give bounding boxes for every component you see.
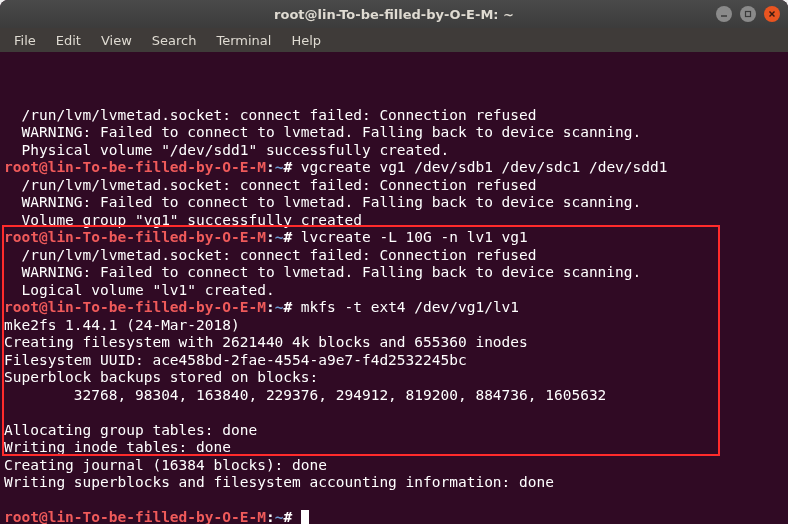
menu-help[interactable]: Help [283,31,329,50]
prompt-user-host: root@lin-To-be-filled-by-O-E-M [4,509,266,524]
terminal-line: Volume group "vg1" successfully created [4,212,784,230]
terminal-line: WARNING: Failed to connect to lvmetad. F… [4,264,784,282]
menu-edit[interactable]: Edit [48,31,89,50]
prompt-symbol: # [283,509,292,524]
close-button[interactable] [764,6,780,22]
terminal-line: root@lin-To-be-filled-by-O-E-M:~# [4,509,784,524]
maximize-icon [744,10,752,18]
terminal-line [4,404,784,422]
window-title: root@lin-To-be-filled-by-O-E-M: ~ [274,7,514,22]
terminal-line: /run/lvm/lvmetad.socket: connect failed:… [4,177,784,195]
terminal-line: Filesystem UUID: ace458bd-2fae-4554-a9e7… [4,352,784,370]
terminal-line: Physical volume "/dev/sdd1" successfully… [4,142,784,160]
command-text: lvcreate -L 10G -n lv1 vg1 [292,229,528,245]
cursor [301,510,309,524]
prompt-user-host: root@lin-To-be-filled-by-O-E-M [4,229,266,245]
terminal-line: mke2fs 1.44.1 (24-Mar-2018) [4,317,784,335]
prompt-user-host: root@lin-To-be-filled-by-O-E-M [4,159,266,175]
menu-search[interactable]: Search [144,31,205,50]
window-controls [716,6,780,22]
terminal-line: Creating journal (16384 blocks): done [4,457,784,475]
terminal-line: Superblock backups stored on blocks: [4,369,784,387]
prompt-separator: : [266,159,275,175]
prompt-symbol: # [283,299,292,315]
terminal-line: 32768, 98304, 163840, 229376, 294912, 81… [4,387,784,405]
menu-file[interactable]: File [6,31,44,50]
terminal-line: /run/lvm/lvmetad.socket: connect failed:… [4,107,784,125]
menu-terminal[interactable]: Terminal [208,31,279,50]
titlebar: root@lin-To-be-filled-by-O-E-M: ~ [0,0,788,28]
command-text: mkfs -t ext4 /dev/vg1/lv1 [292,299,519,315]
menubar: File Edit View Search Terminal Help [0,28,788,52]
terminal-line: Creating filesystem with 2621440 4k bloc… [4,334,784,352]
terminal-line: Writing inode tables: done [4,439,784,457]
prompt-user-host: root@lin-To-be-filled-by-O-E-M [4,299,266,315]
terminal-line: root@lin-To-be-filled-by-O-E-M:~# vgcrea… [4,159,784,177]
svg-rect-1 [746,12,751,17]
terminal-line: /run/lvm/lvmetad.socket: connect failed:… [4,247,784,265]
maximize-button[interactable] [740,6,756,22]
prompt-separator: : [266,509,275,524]
terminal-line: root@lin-To-be-filled-by-O-E-M:~# mkfs -… [4,299,784,317]
menu-view[interactable]: View [93,31,140,50]
terminal-line: WARNING: Failed to connect to lvmetad. F… [4,194,784,212]
prompt-symbol: # [283,159,292,175]
terminal-line [4,492,784,510]
minimize-button[interactable] [716,6,732,22]
minimize-icon [720,10,728,18]
terminal-line: Logical volume "lv1" created. [4,282,784,300]
terminal-window: root@lin-To-be-filled-by-O-E-M: ~ File E… [0,0,788,524]
command-text [292,509,301,524]
prompt-symbol: # [283,229,292,245]
command-text: vgcreate vg1 /dev/sdb1 /dev/sdc1 /dev/sd… [292,159,667,175]
close-icon [768,10,776,18]
terminal-line: Allocating group tables: done [4,422,784,440]
prompt-separator: : [266,229,275,245]
terminal-line: Writing superblocks and filesystem accou… [4,474,784,492]
prompt-separator: : [266,299,275,315]
terminal-body[interactable]: /run/lvm/lvmetad.socket: connect failed:… [0,52,788,524]
terminal-line: root@lin-To-be-filled-by-O-E-M:~# lvcrea… [4,229,784,247]
terminal-line: WARNING: Failed to connect to lvmetad. F… [4,124,784,142]
